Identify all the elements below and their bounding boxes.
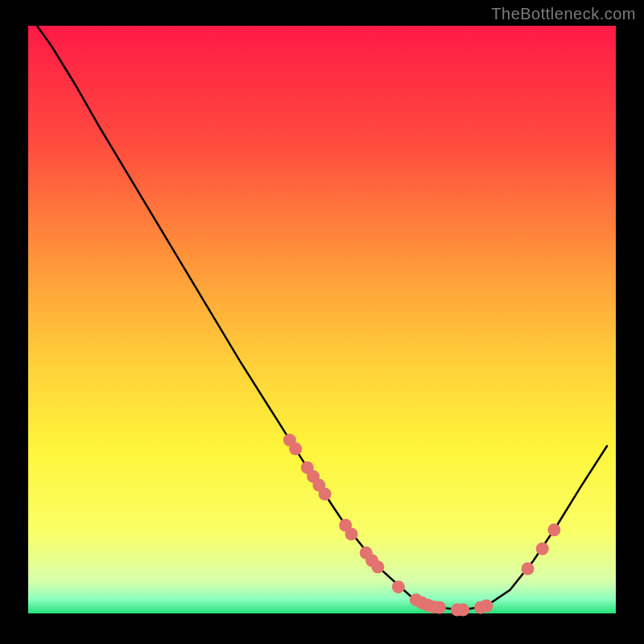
marker-dot	[433, 601, 446, 614]
marker-dot	[547, 523, 560, 536]
marker-dot	[345, 527, 358, 540]
plot-background	[28, 26, 616, 613]
attribution-label: TheBottleneck.com	[491, 5, 636, 23]
chart-container: TheBottleneck.com	[0, 0, 644, 644]
marker-dot	[371, 560, 384, 573]
marker-dot	[536, 543, 549, 555]
marker-dot	[480, 600, 493, 613]
marker-dot	[392, 580, 405, 593]
marker-dot	[289, 443, 302, 456]
plot-svg	[0, 0, 644, 644]
marker-dot	[319, 488, 332, 501]
marker-dot	[522, 563, 535, 576]
marker-dot	[456, 604, 469, 617]
